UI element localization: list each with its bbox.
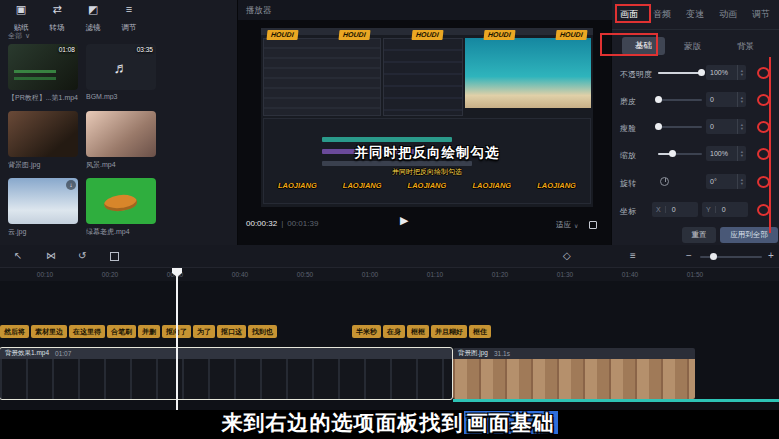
- toolbar-item-transition[interactable]: ⇄ 转场: [42, 3, 72, 34]
- media-thumbnail: 01:08: [8, 44, 78, 90]
- toolbar-item-sticker[interactable]: ▣ 贴纸: [6, 3, 36, 34]
- value-text: 100%: [706, 69, 737, 76]
- stepper-down-icon[interactable]: ▾: [741, 100, 743, 104]
- tab-picture[interactable]: 画面: [620, 8, 638, 21]
- zoom-in-icon[interactable]: +: [768, 250, 774, 261]
- toolbar-item-adjust[interactable]: ≡ 调节: [114, 3, 144, 34]
- stepper-arrows[interactable]: ▴ ▾: [737, 174, 746, 189]
- slider-thumb[interactable]: [669, 150, 676, 157]
- media-panel: ▣ 贴纸 ⇄ 转场 ◩ 滤镜 ≡ 调节 全部 ∨ 01:08: [0, 0, 237, 245]
- slim-face-value-box[interactable]: 0 ▴ ▾: [706, 119, 746, 134]
- rotate-icon[interactable]: ↺: [78, 250, 86, 261]
- stepper-down-icon[interactable]: ▾: [741, 182, 743, 186]
- fullscreen-icon[interactable]: [589, 221, 597, 229]
- annotation-circle: [757, 94, 770, 106]
- media-item-background-image[interactable]: 背景图.jpg: [8, 111, 78, 170]
- crop-glyph: [110, 252, 119, 261]
- mirror-icon[interactable]: ⋈: [46, 250, 56, 261]
- media-item-label: BGM.mp3: [86, 93, 156, 100]
- media-item-label: 云.jpg: [8, 227, 78, 237]
- fit-label: 适应: [556, 220, 571, 230]
- preview-track-strip: [322, 137, 452, 142]
- text-clip[interactable]: 在身: [383, 325, 405, 338]
- watermark-chip: HOUDI: [484, 30, 516, 40]
- slider-thumb[interactable]: [655, 123, 662, 130]
- fit-dropdown[interactable]: 适应 ∨: [556, 220, 597, 230]
- text-clip[interactable]: 半米秒: [352, 325, 381, 338]
- media-thumbnail: [86, 178, 156, 224]
- smooth-skin-slider[interactable]: [658, 99, 702, 101]
- media-item-pr-video[interactable]: 01:08 【PR教程】...第1.mp4: [8, 44, 78, 103]
- stepper-down-icon[interactable]: ▾: [741, 154, 743, 158]
- reset-button[interactable]: 重置: [682, 227, 716, 243]
- media-item-scenery-video[interactable]: 风景.mp4: [86, 111, 156, 170]
- slider-thumb[interactable]: [655, 96, 662, 103]
- ruler-label: 00:50: [297, 271, 313, 278]
- rotate-dial-icon[interactable]: [660, 177, 669, 186]
- slim-face-slider[interactable]: [658, 126, 702, 128]
- play-button[interactable]: ▶: [400, 214, 408, 227]
- tab-speed[interactable]: 变速: [686, 8, 704, 21]
- stepper-arrows[interactable]: ▴ ▾: [737, 119, 746, 134]
- value-text: 0: [706, 96, 737, 103]
- audio-track-strip[interactable]: [453, 399, 779, 402]
- text-clip[interactable]: 然后将: [0, 325, 29, 338]
- cursor-select-icon[interactable]: ↖: [14, 250, 22, 261]
- text-clip[interactable]: 并且糊好: [431, 325, 467, 338]
- keyframe-icon[interactable]: ◇: [563, 250, 571, 261]
- crop-icon[interactable]: [110, 250, 119, 263]
- text-clip[interactable]: 抠口这: [217, 325, 246, 338]
- watermark-chip: HOUDI: [339, 30, 371, 40]
- zoom-slider-thumb[interactable]: [710, 253, 717, 260]
- tab-animation[interactable]: 动画: [719, 8, 737, 21]
- subtab-basic[interactable]: 基础: [622, 37, 665, 55]
- slider-thumb[interactable]: [698, 69, 705, 76]
- media-item-bgm-audio[interactable]: ♬ 03:35 BGM.mp3: [86, 44, 156, 100]
- opacity-value-box[interactable]: 100% ▴ ▾: [706, 65, 746, 80]
- preview-ocean-image: [465, 38, 591, 108]
- text-clip[interactable]: 框框: [407, 325, 429, 338]
- coordinate-y-field[interactable]: Y 0: [702, 202, 748, 217]
- stepper-arrows[interactable]: ▴ ▾: [737, 92, 746, 107]
- opacity-slider[interactable]: [658, 72, 702, 74]
- media-item-cloud-image[interactable]: ↓ 云.jpg: [8, 178, 78, 237]
- track-options-icon[interactable]: ≡: [630, 250, 636, 261]
- scale-slider[interactable]: [658, 153, 702, 155]
- music-note-icon: ♬: [114, 59, 129, 76]
- tab-adjust[interactable]: 调节: [752, 8, 770, 21]
- player-title: 播放器: [246, 5, 272, 17]
- text-clip[interactable]: 为了: [193, 325, 215, 338]
- stepper-arrows[interactable]: ▴ ▾: [737, 65, 746, 80]
- video-clip-background-effect[interactable]: 背景效果1.mp4 01:07: [0, 348, 452, 399]
- text-clip[interactable]: 找到也: [248, 325, 277, 338]
- annotation-circle: [757, 176, 770, 188]
- toolbar-item-filter[interactable]: ◩ 滤镜: [78, 3, 108, 34]
- timeline-zoom-slider[interactable]: [700, 256, 762, 258]
- clip-name: 背景效果1.mp4: [5, 349, 49, 358]
- smooth-skin-value-box[interactable]: 0 ▴ ▾: [706, 92, 746, 107]
- text-clip[interactable]: 合笔刷: [107, 325, 136, 338]
- text-clip[interactable]: 并删: [138, 325, 160, 338]
- subtab-background[interactable]: 背景: [737, 41, 754, 53]
- coordinate-x-field[interactable]: X 0: [652, 202, 698, 217]
- subtab-mask[interactable]: 蒙版: [684, 41, 701, 53]
- axis-value: 0: [716, 206, 726, 213]
- text-clip[interactable]: 素材里边: [31, 325, 67, 338]
- media-filter-dropdown[interactable]: 全部 ∨: [8, 31, 30, 41]
- timeline-ruler[interactable]: 00:10 00:20 00:30 00:40 00:50 01:00 01:1…: [0, 268, 779, 281]
- property-row-coordinates: 坐标 X 0 Y 0: [612, 202, 779, 218]
- stepper-down-icon[interactable]: ▾: [741, 73, 743, 77]
- rotate-value-box[interactable]: 0° ▴ ▾: [706, 174, 746, 189]
- video-clip-background-image[interactable]: 背景图.jpg 31.1s: [453, 348, 695, 399]
- duration-badge: 03:35: [137, 46, 153, 53]
- scale-value-box[interactable]: 100% ▴ ▾: [706, 146, 746, 161]
- stepper-down-icon[interactable]: ▾: [741, 127, 743, 131]
- stepper-arrows[interactable]: ▴ ▾: [737, 146, 746, 161]
- preview-app-panel-mid: [383, 38, 463, 116]
- media-item-greenscreen-tiger[interactable]: 绿幕老虎.mp4: [86, 178, 156, 237]
- text-clip[interactable]: 框住: [469, 325, 491, 338]
- tab-audio[interactable]: 音频: [653, 8, 671, 21]
- text-clip[interactable]: 在这里得: [69, 325, 105, 338]
- video-caption-main: 并同时把反向绘制勾选: [261, 144, 593, 162]
- zoom-out-icon[interactable]: −: [686, 250, 692, 261]
